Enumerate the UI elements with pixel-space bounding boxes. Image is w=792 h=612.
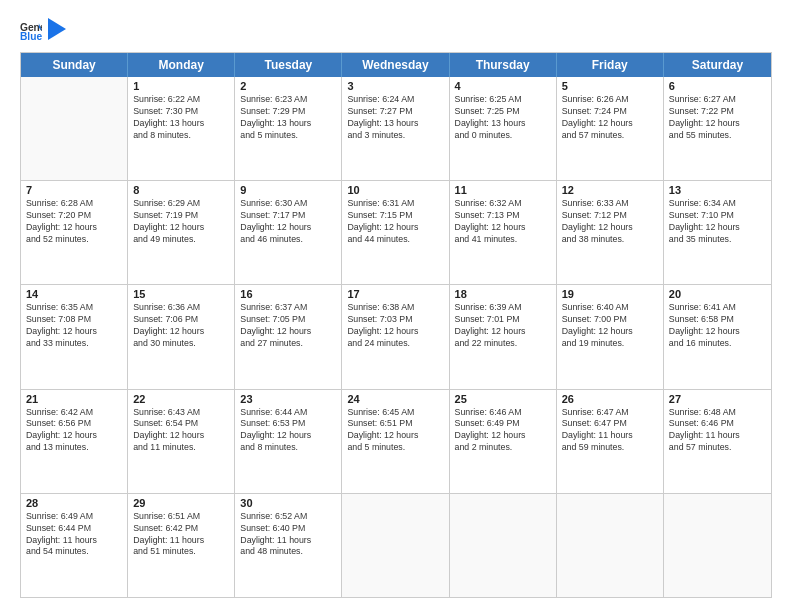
day-number: 9 (240, 184, 336, 196)
day-number: 18 (455, 288, 551, 300)
day-number: 7 (26, 184, 122, 196)
day-number: 19 (562, 288, 658, 300)
calendar-cell: 11Sunrise: 6:32 AM Sunset: 7:13 PM Dayli… (450, 181, 557, 284)
calendar-cell: 15Sunrise: 6:36 AM Sunset: 7:06 PM Dayli… (128, 285, 235, 388)
weekday-header-friday: Friday (557, 53, 664, 77)
day-number: 20 (669, 288, 766, 300)
day-number: 6 (669, 80, 766, 92)
day-number: 16 (240, 288, 336, 300)
day-info: Sunrise: 6:47 AM Sunset: 6:47 PM Dayligh… (562, 407, 658, 455)
day-number: 4 (455, 80, 551, 92)
day-info: Sunrise: 6:48 AM Sunset: 6:46 PM Dayligh… (669, 407, 766, 455)
calendar-row-5: 28Sunrise: 6:49 AM Sunset: 6:44 PM Dayli… (21, 494, 771, 597)
day-info: Sunrise: 6:31 AM Sunset: 7:15 PM Dayligh… (347, 198, 443, 246)
logo-icon: General Blue (20, 20, 42, 42)
calendar-cell (557, 494, 664, 597)
day-info: Sunrise: 6:22 AM Sunset: 7:30 PM Dayligh… (133, 94, 229, 142)
calendar-cell: 2Sunrise: 6:23 AM Sunset: 7:29 PM Daylig… (235, 77, 342, 180)
calendar-row-4: 21Sunrise: 6:42 AM Sunset: 6:56 PM Dayli… (21, 390, 771, 494)
calendar-cell: 9Sunrise: 6:30 AM Sunset: 7:17 PM Daylig… (235, 181, 342, 284)
calendar-cell: 14Sunrise: 6:35 AM Sunset: 7:08 PM Dayli… (21, 285, 128, 388)
calendar-cell: 1Sunrise: 6:22 AM Sunset: 7:30 PM Daylig… (128, 77, 235, 180)
day-number: 28 (26, 497, 122, 509)
day-info: Sunrise: 6:44 AM Sunset: 6:53 PM Dayligh… (240, 407, 336, 455)
day-number: 26 (562, 393, 658, 405)
calendar-cell: 16Sunrise: 6:37 AM Sunset: 7:05 PM Dayli… (235, 285, 342, 388)
day-number: 12 (562, 184, 658, 196)
day-info: Sunrise: 6:51 AM Sunset: 6:42 PM Dayligh… (133, 511, 229, 559)
day-info: Sunrise: 6:23 AM Sunset: 7:29 PM Dayligh… (240, 94, 336, 142)
calendar: SundayMondayTuesdayWednesdayThursdayFrid… (20, 52, 772, 598)
day-info: Sunrise: 6:40 AM Sunset: 7:00 PM Dayligh… (562, 302, 658, 350)
logo-arrow-icon (48, 18, 66, 40)
day-info: Sunrise: 6:32 AM Sunset: 7:13 PM Dayligh… (455, 198, 551, 246)
day-number: 1 (133, 80, 229, 92)
calendar-cell: 20Sunrise: 6:41 AM Sunset: 6:58 PM Dayli… (664, 285, 771, 388)
calendar-cell: 4Sunrise: 6:25 AM Sunset: 7:25 PM Daylig… (450, 77, 557, 180)
day-number: 11 (455, 184, 551, 196)
calendar-cell: 7Sunrise: 6:28 AM Sunset: 7:20 PM Daylig… (21, 181, 128, 284)
calendar-cell: 27Sunrise: 6:48 AM Sunset: 6:46 PM Dayli… (664, 390, 771, 493)
day-number: 13 (669, 184, 766, 196)
day-info: Sunrise: 6:30 AM Sunset: 7:17 PM Dayligh… (240, 198, 336, 246)
day-number: 24 (347, 393, 443, 405)
day-info: Sunrise: 6:43 AM Sunset: 6:54 PM Dayligh… (133, 407, 229, 455)
day-number: 15 (133, 288, 229, 300)
day-number: 2 (240, 80, 336, 92)
page: General Blue SundayMondayTuesdayWednesda… (0, 0, 792, 612)
calendar-cell: 28Sunrise: 6:49 AM Sunset: 6:44 PM Dayli… (21, 494, 128, 597)
day-number: 21 (26, 393, 122, 405)
header: General Blue (20, 18, 772, 42)
day-info: Sunrise: 6:41 AM Sunset: 6:58 PM Dayligh… (669, 302, 766, 350)
calendar-cell: 6Sunrise: 6:27 AM Sunset: 7:22 PM Daylig… (664, 77, 771, 180)
day-info: Sunrise: 6:52 AM Sunset: 6:40 PM Dayligh… (240, 511, 336, 559)
day-info: Sunrise: 6:45 AM Sunset: 6:51 PM Dayligh… (347, 407, 443, 455)
day-number: 14 (26, 288, 122, 300)
svg-marker-3 (48, 18, 66, 40)
weekday-header-wednesday: Wednesday (342, 53, 449, 77)
calendar-cell: 13Sunrise: 6:34 AM Sunset: 7:10 PM Dayli… (664, 181, 771, 284)
calendar-cell: 19Sunrise: 6:40 AM Sunset: 7:00 PM Dayli… (557, 285, 664, 388)
weekday-header-sunday: Sunday (21, 53, 128, 77)
calendar-cell: 26Sunrise: 6:47 AM Sunset: 6:47 PM Dayli… (557, 390, 664, 493)
day-info: Sunrise: 6:49 AM Sunset: 6:44 PM Dayligh… (26, 511, 122, 559)
calendar-cell: 25Sunrise: 6:46 AM Sunset: 6:49 PM Dayli… (450, 390, 557, 493)
day-number: 3 (347, 80, 443, 92)
day-number: 8 (133, 184, 229, 196)
calendar-cell (450, 494, 557, 597)
calendar-row-2: 7Sunrise: 6:28 AM Sunset: 7:20 PM Daylig… (21, 181, 771, 285)
calendar-cell: 17Sunrise: 6:38 AM Sunset: 7:03 PM Dayli… (342, 285, 449, 388)
calendar-cell: 12Sunrise: 6:33 AM Sunset: 7:12 PM Dayli… (557, 181, 664, 284)
weekday-header-tuesday: Tuesday (235, 53, 342, 77)
weekday-header-saturday: Saturday (664, 53, 771, 77)
day-info: Sunrise: 6:28 AM Sunset: 7:20 PM Dayligh… (26, 198, 122, 246)
day-info: Sunrise: 6:34 AM Sunset: 7:10 PM Dayligh… (669, 198, 766, 246)
day-number: 23 (240, 393, 336, 405)
calendar-cell (664, 494, 771, 597)
day-info: Sunrise: 6:37 AM Sunset: 7:05 PM Dayligh… (240, 302, 336, 350)
day-number: 22 (133, 393, 229, 405)
day-info: Sunrise: 6:26 AM Sunset: 7:24 PM Dayligh… (562, 94, 658, 142)
day-info: Sunrise: 6:39 AM Sunset: 7:01 PM Dayligh… (455, 302, 551, 350)
calendar-cell: 23Sunrise: 6:44 AM Sunset: 6:53 PM Dayli… (235, 390, 342, 493)
logo: General Blue (20, 18, 66, 42)
day-info: Sunrise: 6:33 AM Sunset: 7:12 PM Dayligh… (562, 198, 658, 246)
day-number: 29 (133, 497, 229, 509)
day-info: Sunrise: 6:35 AM Sunset: 7:08 PM Dayligh… (26, 302, 122, 350)
calendar-cell: 8Sunrise: 6:29 AM Sunset: 7:19 PM Daylig… (128, 181, 235, 284)
calendar-cell: 18Sunrise: 6:39 AM Sunset: 7:01 PM Dayli… (450, 285, 557, 388)
calendar-row-3: 14Sunrise: 6:35 AM Sunset: 7:08 PM Dayli… (21, 285, 771, 389)
day-info: Sunrise: 6:25 AM Sunset: 7:25 PM Dayligh… (455, 94, 551, 142)
day-info: Sunrise: 6:46 AM Sunset: 6:49 PM Dayligh… (455, 407, 551, 455)
calendar-cell: 22Sunrise: 6:43 AM Sunset: 6:54 PM Dayli… (128, 390, 235, 493)
weekday-header-thursday: Thursday (450, 53, 557, 77)
calendar-cell: 30Sunrise: 6:52 AM Sunset: 6:40 PM Dayli… (235, 494, 342, 597)
day-number: 17 (347, 288, 443, 300)
calendar-cell: 5Sunrise: 6:26 AM Sunset: 7:24 PM Daylig… (557, 77, 664, 180)
day-info: Sunrise: 6:36 AM Sunset: 7:06 PM Dayligh… (133, 302, 229, 350)
calendar-header: SundayMondayTuesdayWednesdayThursdayFrid… (21, 53, 771, 77)
day-info: Sunrise: 6:27 AM Sunset: 7:22 PM Dayligh… (669, 94, 766, 142)
calendar-body: 1Sunrise: 6:22 AM Sunset: 7:30 PM Daylig… (21, 77, 771, 597)
day-number: 27 (669, 393, 766, 405)
calendar-cell: 10Sunrise: 6:31 AM Sunset: 7:15 PM Dayli… (342, 181, 449, 284)
